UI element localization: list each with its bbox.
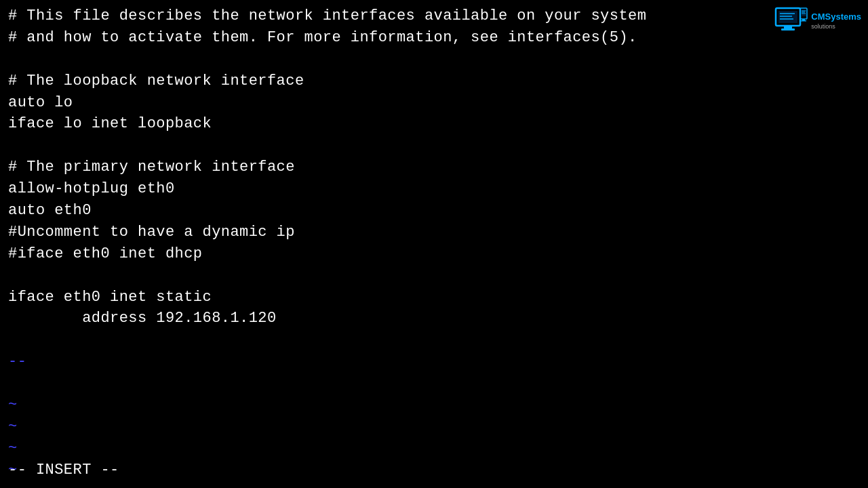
status-bar: -- INSERT -- xyxy=(8,462,119,479)
editor-line: allow-hotplug eth0 xyxy=(8,178,860,200)
editor-line: ~ xyxy=(8,394,860,416)
editor-line xyxy=(8,135,860,157)
editor-line xyxy=(8,49,860,70)
editor-line xyxy=(8,329,860,351)
insert-mode-indicator: -- INSERT -- xyxy=(8,462,119,479)
editor-line: # and how to activate them. For more inf… xyxy=(8,27,860,49)
editor-line: ~ xyxy=(8,460,860,481)
editor-area[interactable]: # This file describes the network interf… xyxy=(0,0,868,488)
svg-rect-1 xyxy=(778,11,797,23)
logo-container: CMSystems solutions xyxy=(773,7,861,34)
svg-rect-12 xyxy=(802,19,805,20)
editor-line: #iface eth0 inet dhcp xyxy=(8,243,860,265)
editor-line: -- xyxy=(8,351,860,373)
editor-line xyxy=(8,265,860,287)
cm-systems-logo-icon xyxy=(773,7,808,34)
editor-line: auto eth0 xyxy=(8,200,860,222)
editor-line: #Uncomment to have a dynamic ip xyxy=(8,222,860,243)
svg-rect-6 xyxy=(781,28,795,30)
editor-line: ~ xyxy=(8,481,860,488)
editor-line: # The loopback network interface xyxy=(8,70,860,92)
editor-line: address 192.168.1.120 xyxy=(8,308,860,329)
editor-line: auto lo xyxy=(8,92,860,114)
logo-name: CMSystems xyxy=(811,12,861,22)
editor-line: ~ xyxy=(8,416,860,438)
editor-line: ~ xyxy=(8,438,860,460)
editor-line xyxy=(8,373,860,394)
editor-line: iface lo inet loopback xyxy=(8,113,860,135)
editor-line: # This file describes the network interf… xyxy=(8,5,860,27)
logo-subtext: solutions xyxy=(811,23,861,30)
logo-text-block: CMSystems solutions xyxy=(811,11,861,30)
svg-rect-13 xyxy=(801,20,806,22)
editor-line: iface eth0 inet static xyxy=(8,287,860,308)
svg-rect-5 xyxy=(784,26,792,28)
editor-line: # The primary network interface xyxy=(8,157,860,178)
